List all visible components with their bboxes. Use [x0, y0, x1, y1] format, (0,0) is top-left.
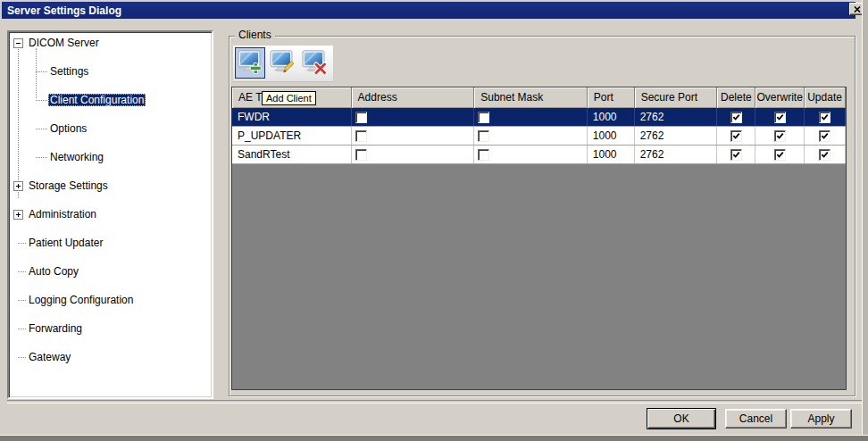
- column-header-update[interactable]: Update: [805, 87, 846, 108]
- table-row-fwdr[interactable]: FWDR10002762: [232, 108, 846, 127]
- window-title: Server Settings Dialog: [7, 4, 121, 17]
- settings-tree: DICOM ServerSettingsClient Configuration…: [7, 30, 213, 399]
- table-row-sandrtest[interactable]: SandRTest10002762: [232, 146, 846, 164]
- cell-overwrite[interactable]: [755, 146, 805, 163]
- tree-item-logging-configuration[interactable]: Logging Configuration: [9, 293, 212, 307]
- delete-checkbox-checked[interactable]: [730, 130, 742, 142]
- tree-item-label[interactable]: Logging Configuration: [27, 294, 135, 306]
- address-checkbox-unchecked[interactable]: [355, 149, 367, 161]
- tree-connector-stub: [36, 100, 47, 102]
- cell-address[interactable]: [352, 146, 475, 163]
- expand-plus-icon[interactable]: [13, 181, 23, 191]
- cell-subnet-mask[interactable]: [474, 146, 588, 163]
- footer-separator: [7, 400, 862, 404]
- cell-update[interactable]: [805, 108, 846, 126]
- update-checkbox-checked[interactable]: [819, 112, 830, 123]
- monitor-add-icon: [238, 50, 263, 77]
- tree-item-label[interactable]: Gateway: [27, 351, 72, 363]
- tree-item-label[interactable]: Forwarding: [27, 322, 84, 335]
- address-checkbox-unchecked[interactable]: [355, 112, 367, 123]
- tree-item-gateway[interactable]: Gateway: [9, 350, 212, 364]
- cell-update[interactable]: [805, 146, 846, 163]
- cell-delete[interactable]: [717, 127, 755, 145]
- cell-ae-title: P_UPDATER: [232, 127, 352, 145]
- column-header-address[interactable]: Address: [352, 87, 475, 108]
- table-row-p_updater[interactable]: P_UPDATER10002762: [232, 127, 846, 146]
- overwrite-checkbox-checked[interactable]: [774, 130, 786, 142]
- close-icon: [854, 6, 861, 12]
- column-header-delete[interactable]: Delete: [717, 87, 755, 108]
- clients-toolbar: [233, 46, 334, 82]
- subnet-mask-checkbox-unchecked[interactable]: [478, 149, 489, 161]
- column-header-overwrite[interactable]: Overwrite: [755, 87, 805, 108]
- expand-plus-icon[interactable]: [13, 210, 23, 220]
- cell-delete[interactable]: [717, 146, 755, 163]
- clients-group-label: Clients: [235, 29, 275, 41]
- cell-address[interactable]: [352, 108, 475, 126]
- cell-delete[interactable]: [717, 108, 755, 126]
- tree-item-dicom-server[interactable]: DICOM Server: [9, 36, 212, 50]
- tree-item-label[interactable]: Auto Copy: [27, 265, 80, 278]
- collapse-minus-icon[interactable]: [13, 38, 23, 48]
- overwrite-checkbox-checked[interactable]: [774, 149, 786, 161]
- add-client-button[interactable]: [235, 47, 265, 79]
- window-bottom-edge: [0, 435, 868, 441]
- monitor-edit-icon: [270, 50, 295, 77]
- subnet-mask-checkbox-unchecked[interactable]: [478, 130, 489, 142]
- tree-item-label[interactable]: Patient Updater: [27, 237, 104, 249]
- add-client-tooltip: Add Client: [262, 91, 316, 105]
- column-header-port[interactable]: Port: [588, 87, 635, 108]
- overwrite-checkbox-checked[interactable]: [774, 112, 786, 123]
- cell-port: 1000: [588, 127, 635, 145]
- tree-item-label[interactable]: Settings: [48, 65, 90, 78]
- tree-connector-stub: [18, 271, 26, 273]
- tree-item-options[interactable]: Options: [9, 121, 212, 136]
- tree-item-administration[interactable]: Administration: [9, 207, 212, 221]
- tree-item-label[interactable]: Networking: [48, 151, 105, 163]
- tree-item-label[interactable]: Options: [48, 122, 88, 135]
- cell-secure-port: 2762: [635, 127, 718, 145]
- cell-overwrite[interactable]: [755, 108, 805, 126]
- window-right-edge: [862, 0, 868, 441]
- tree-connector-stub: [18, 243, 26, 245]
- cell-overwrite[interactable]: [755, 127, 805, 145]
- cancel-button[interactable]: Cancel: [725, 409, 787, 429]
- cell-address[interactable]: [352, 127, 475, 145]
- tree-connector-stub: [18, 329, 26, 330]
- tree-item-label[interactable]: Administration: [27, 208, 98, 220]
- tree-item-storage-settings[interactable]: Storage Settings: [9, 179, 212, 193]
- address-checkbox-unchecked[interactable]: [355, 130, 367, 142]
- tree-item-label[interactable]: DICOM Server: [27, 37, 101, 49]
- title-bar: Server Settings Dialog: [2, 2, 855, 19]
- tree-item-label[interactable]: Client Configuration: [48, 94, 146, 106]
- cell-secure-port: 2762: [635, 146, 718, 163]
- edit-client-button[interactable]: [267, 47, 297, 79]
- tree-connector-stub: [18, 357, 26, 359]
- tree-item-patient-updater[interactable]: Patient Updater: [9, 236, 212, 250]
- cell-subnet-mask[interactable]: [474, 127, 588, 145]
- tree-item-auto-copy[interactable]: Auto Copy: [9, 264, 212, 279]
- tree-item-label[interactable]: Storage Settings: [27, 179, 110, 192]
- update-checkbox-checked[interactable]: [819, 149, 830, 161]
- table-header-row: AE TitleAddressSubnet MaskPortSecure Por…: [232, 87, 846, 108]
- tree-connector-stub: [36, 71, 47, 73]
- update-checkbox-checked[interactable]: [819, 130, 830, 142]
- tree-item-client-configuration[interactable]: Client Configuration: [9, 93, 212, 107]
- delete-checkbox-checked[interactable]: [730, 112, 742, 123]
- cell-subnet-mask[interactable]: [474, 108, 588, 126]
- monitor-delete-icon: [302, 50, 327, 77]
- subnet-mask-checkbox-unchecked[interactable]: [478, 112, 489, 123]
- delete-checkbox-checked[interactable]: [730, 149, 742, 161]
- tree-item-settings[interactable]: Settings: [9, 64, 212, 79]
- table-empty-area: [232, 164, 846, 389]
- cell-update[interactable]: [805, 127, 846, 145]
- tree-item-forwarding[interactable]: Forwarding: [9, 321, 212, 336]
- column-header-subnet-mask[interactable]: Subnet Mask: [474, 87, 588, 108]
- column-header-secure-port[interactable]: Secure Port: [635, 87, 718, 108]
- delete-client-button[interactable]: [299, 47, 330, 79]
- tree-connector-stub: [36, 157, 47, 159]
- apply-button[interactable]: Apply: [790, 409, 852, 429]
- ok-button[interactable]: OK: [647, 408, 716, 429]
- cell-secure-port: 2762: [635, 108, 718, 126]
- tree-item-networking[interactable]: Networking: [9, 150, 212, 164]
